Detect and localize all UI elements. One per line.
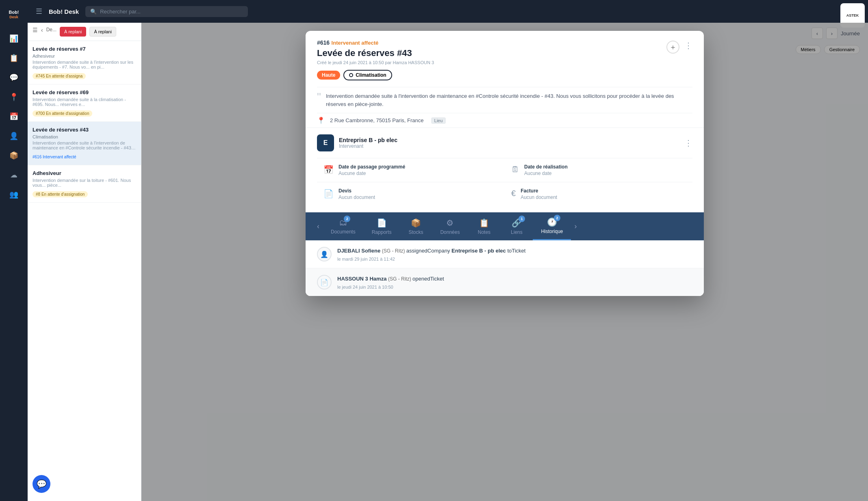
- tab-notes[interactable]: 📋 Notes: [468, 213, 500, 240]
- date-passage-label: Date de passage programmé: [339, 164, 405, 170]
- history-avatar-wrap-2: 📄: [317, 275, 332, 289]
- tab-stocks-label: Stocks: [408, 229, 423, 235]
- tab-donnees-label: Données: [440, 229, 460, 235]
- intervenant-name: Entreprise B - pb elec: [339, 137, 397, 143]
- filter-replani2-btn[interactable]: À replani: [89, 27, 116, 37]
- tab-historique-icon-wrap: 🕐 2: [547, 217, 557, 227]
- devis-icon: 📄: [323, 189, 334, 199]
- facture-cell: € Facture Aucun document: [505, 182, 692, 206]
- intervenant-section: E Entreprise B - pb elec Intervenant ⋮: [306, 128, 704, 158]
- intervenant-row: E Entreprise B - pb elec Intervenant ⋮: [317, 134, 692, 151]
- topbar-logo: Bob! Desk: [49, 8, 79, 15]
- intervenant-avatar: E: [317, 134, 334, 151]
- list-item-desc: Intervention demandée suite à la climati…: [33, 97, 136, 107]
- devis-value: Aucun document: [339, 194, 375, 200]
- date-realisation-label: Date de réalisation: [524, 164, 568, 170]
- nav-prev-btn[interactable]: ‹: [41, 27, 43, 37]
- tab-rapports[interactable]: 📄 Rapports: [364, 213, 400, 240]
- list-item-subtitle: Adhesiveur: [33, 54, 136, 58]
- history-action: assignedCompany: [406, 248, 451, 254]
- modal-description: " Intervention demandée suite à l'interv…: [317, 87, 692, 113]
- list-item-title: Levée de réserves #69: [33, 89, 136, 95]
- tab-prev-btn[interactable]: ‹: [314, 216, 323, 237]
- sidebar-icon-location[interactable]: 📍: [6, 89, 22, 105]
- notes-icon: 📋: [479, 218, 489, 227]
- stocks-icon: 📦: [411, 218, 421, 227]
- filter-icon[interactable]: ☰: [33, 27, 38, 37]
- modal: #616 Intervenant affecté Levée de réserv…: [306, 31, 704, 296]
- sidebar-icon-list[interactable]: 📋: [6, 50, 22, 66]
- tab-donnees-icon-wrap: ⚙: [446, 218, 454, 228]
- modal-header-row: #616 Intervenant affecté Levée de réserv…: [317, 39, 692, 70]
- list-item[interactable]: Adhesiveur Intervention demandée sur la …: [28, 165, 141, 203]
- history-date: le mardi 29 juin 2021 à 11:42: [337, 257, 525, 261]
- modal-add-btn[interactable]: ＋: [666, 41, 679, 54]
- search-icon: 🔍: [90, 9, 97, 15]
- hamburger-icon[interactable]: ☰: [36, 7, 42, 16]
- tab-liens-badge: 1: [519, 216, 525, 222]
- list-item-selected[interactable]: Levée de réserves #43 Climatisation Inte…: [28, 122, 141, 165]
- list-item-badge: #700 En attente d'assignation: [33, 110, 92, 117]
- sidebar-icon-cloud[interactable]: ☁: [6, 167, 22, 183]
- list-item[interactable]: Levée de réserves #7 Adhesiveur Interven…: [28, 41, 141, 84]
- intervenant-role: Intervenant: [339, 143, 397, 149]
- date-realisation-cell: 🗓 Date de réalisation Aucune date: [505, 158, 692, 182]
- history-item-body: DJEBALI Sofiene (SG - Ritz) assignedComp…: [337, 247, 525, 261]
- right-area: ‹ › Journée Métiers Gestionnaire: [141, 23, 868, 501]
- facture-icon: €: [511, 189, 516, 198]
- modal-desc-text: Intervention demandée suite à l'interven…: [326, 92, 692, 108]
- tab-notes-icon-wrap: 📋: [479, 218, 489, 228]
- list-item-desc: Intervention demandée suite à l'interven…: [33, 140, 136, 150]
- tab-liens-icon-wrap: 🔗 1: [512, 218, 522, 228]
- filter-replani-btn[interactable]: À replani: [60, 27, 86, 37]
- modal-meta: Créé le jeudi 24 juin 2021 à 10:50 par H…: [317, 60, 434, 65]
- list-item-badge-assigned: #616 Intervenant affecté: [33, 155, 76, 159]
- tab-next-btn[interactable]: ›: [571, 216, 580, 237]
- modal-more-btn[interactable]: ⋮: [684, 41, 692, 50]
- tab-stocks[interactable]: 📦 Stocks: [399, 213, 432, 240]
- devis-label: Devis: [339, 188, 375, 194]
- sidebar: Bob! Desk 📊 📋 💬 📍 📅 👤 📦 ☁ 👥: [0, 0, 28, 501]
- tag-clima-dot: [349, 73, 353, 77]
- chat-bubble-btn[interactable]: 💬: [33, 475, 50, 493]
- tab-liens[interactable]: 🔗 1 Liens: [500, 213, 533, 240]
- tab-documents-badge: 2: [344, 216, 350, 222]
- calendar-icon: 📅: [323, 165, 334, 175]
- sidebar-icon-dashboard[interactable]: 📊: [6, 30, 22, 47]
- history-actor-2: HASSOUN 3 Hamza: [337, 276, 386, 282]
- quote-icon: ": [317, 91, 321, 108]
- tab-documents-icon-wrap: 🗂 2: [339, 218, 347, 227]
- sidebar-icon-user[interactable]: 👤: [6, 128, 22, 144]
- date-passage-cell: 📅 Date de passage programmé Aucune date: [317, 158, 505, 182]
- list-item-badge: #745 En attente d'assigna: [33, 73, 86, 79]
- date-range-label: De...: [46, 27, 56, 37]
- tab-donnees[interactable]: ⚙ Données: [432, 213, 468, 240]
- list-item-badge: #8 En attente d'assignation: [33, 191, 88, 197]
- tag-climatisation: Climatisation: [343, 70, 392, 80]
- intervenant-left: E Entreprise B - pb elec Intervenant: [317, 134, 397, 151]
- list-item[interactable]: Levée de réserves #69 Intervention deman…: [28, 84, 141, 122]
- list-item-title: Adhesiveur: [33, 170, 136, 176]
- history-text-2: HASSOUN 3 Hamza (SG - Ritz) openedTicket: [337, 275, 444, 283]
- modal-tags: Haute Climatisation: [317, 70, 692, 80]
- list-item-desc: Intervention demandée suite à l'interven…: [33, 60, 136, 69]
- sidebar-icon-team[interactable]: 👥: [6, 186, 22, 203]
- tab-documents[interactable]: 🗂 2 Documents: [323, 213, 364, 240]
- list-toolbar: ☰ ‹ De... À replani À replani: [28, 23, 141, 41]
- facture-value: Aucun document: [521, 194, 557, 200]
- intervenant-more-btn[interactable]: ⋮: [684, 138, 692, 148]
- calendar2-icon: 🗓: [511, 165, 519, 174]
- sidebar-icon-calendar[interactable]: 📅: [6, 108, 22, 125]
- tab-stocks-icon-wrap: 📦: [411, 218, 421, 228]
- sidebar-icon-stock[interactable]: 📦: [6, 147, 22, 164]
- history-actor-suffix-2: (SG - Ritz): [388, 276, 412, 282]
- top-bar: ☰ Bob! Desk 🔍 Rechercher par...: [28, 0, 868, 23]
- tab-rapports-icon-wrap: 📄: [377, 218, 387, 228]
- tab-historique-badge: 2: [554, 215, 560, 221]
- sidebar-icon-chat[interactable]: 💬: [6, 69, 22, 86]
- history-item-highlighted: 📄 HASSOUN 3 Hamza (SG - Ritz) openedTick…: [306, 268, 704, 296]
- tab-historique[interactable]: 🕐 2 Historique: [533, 212, 571, 240]
- history-company: Entreprise B - pb elec: [451, 248, 506, 254]
- tab-rapports-label: Rapports: [372, 229, 392, 235]
- search-bar[interactable]: 🔍 Rechercher par...: [85, 6, 248, 17]
